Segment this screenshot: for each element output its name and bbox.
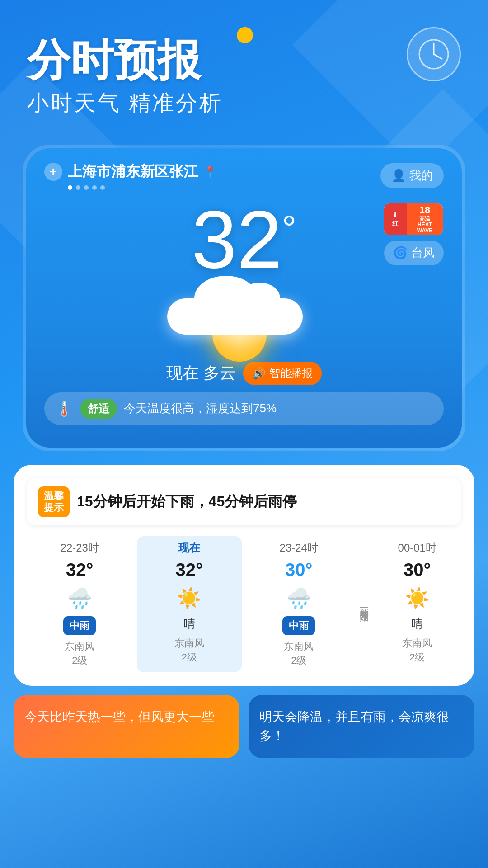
comfort-bar: 🌡️ 舒适 今天温度很高，湿度达到75% <box>44 392 444 425</box>
location-pin-icon: 📍 <box>203 165 217 178</box>
hour-temp-3: 30° <box>404 560 431 580</box>
hour-icon-3: ☀️ <box>404 585 431 612</box>
smart-broadcast-label: 智能播报 <box>269 366 313 381</box>
my-button[interactable]: 👤 我的 <box>380 163 444 188</box>
location-row[interactable]: + 上海市浦东新区张江 📍 <box>44 162 217 182</box>
warning-text: 15分钟后开始下雨，45分钟后雨停 <box>77 492 297 512</box>
bottom-card: 温馨提示 15分钟后开始下雨，45分钟后雨停 22-23时 32° 🌧️ 中雨 … <box>14 465 474 686</box>
temp-display: 32 ° <box>192 199 296 280</box>
dot-2 <box>76 185 80 190</box>
hour-temp-2: 30° <box>285 560 313 580</box>
location-section: + 上海市浦东新区张江 📍 <box>44 162 217 190</box>
heat-wave-left: 🌡 红 <box>384 203 407 235</box>
location-text: 上海市浦东新区张江 <box>68 162 198 182</box>
hour-col-1: 现在 32° ☀️ 晴 东南风2级 <box>137 536 242 672</box>
phone-header: + 上海市浦东新区张江 📍 👤 我的 <box>44 162 444 190</box>
heat-wave-label: 高温HEATWAVE <box>417 216 432 234</box>
weather-description: 现在 多云 🔊 智能播报 <box>44 362 444 385</box>
clock-svg <box>416 36 452 72</box>
comparison-card-warm: 今天比昨天热一些，但风更大一些 <box>14 695 239 758</box>
weather-badge-rain-0: 中雨 <box>63 616 96 635</box>
weather-illustration <box>44 276 444 357</box>
location-dots <box>68 185 217 190</box>
hour-icon-2: 🌧️ <box>285 585 312 612</box>
hour-label-2: 23-24时 <box>280 541 318 555</box>
cloud-shape <box>167 298 303 335</box>
comfort-label: 舒适 <box>88 401 109 416</box>
comparison-row: 今天比昨天热一些，但风更大一些 明天会降温，并且有雨，会凉爽很多！ <box>14 695 474 758</box>
cloud-icon <box>167 298 303 335</box>
my-label: 我的 <box>409 168 433 184</box>
temperature-value: 32 <box>192 199 282 280</box>
weather-now-text: 现在 多云 <box>166 362 236 384</box>
hour-label-1: 现在 <box>178 541 200 555</box>
phone-mockup: + 上海市浦东新区张江 📍 👤 我的 32 <box>23 145 465 451</box>
new-day-label: 新的一天开始了 <box>356 536 374 672</box>
notification-dot <box>237 27 253 43</box>
hour-col-3: 00-01时 30° ☀️ 晴 东南风2级 <box>374 536 461 672</box>
hour-temp-1: 32° <box>176 560 203 580</box>
comfort-text: 今天温度很高，湿度达到75% <box>124 401 277 416</box>
person-icon: 👤 <box>391 169 406 183</box>
hour-wind-0: 东南风2级 <box>65 640 94 668</box>
svg-line-2 <box>434 54 442 59</box>
comparison-card-cool: 明天会降温，并且有雨，会凉爽很多！ <box>249 695 474 758</box>
hour-wind-1: 东南风2级 <box>174 637 204 665</box>
heat-wave-badge[interactable]: 🌡 红 18 高温HEATWAVE <box>384 203 443 235</box>
hour-wind-2: 东南风2级 <box>284 640 314 668</box>
weather-badge-rain-2: 中雨 <box>282 616 315 635</box>
hour-icon-1: ☀️ <box>176 585 203 612</box>
typhoon-icon: 🌀 <box>393 246 408 260</box>
smart-broadcast-button[interactable]: 🔊 智能播报 <box>243 362 322 385</box>
weather-badge-sun-3: 晴 <box>411 616 423 632</box>
hour-wind-3: 东南风2级 <box>402 637 432 665</box>
warning-label-text: 温馨提示 <box>44 490 64 513</box>
dot-3 <box>84 185 89 190</box>
hour-temp-0: 32° <box>66 560 94 580</box>
weather-badge-sun-1: 晴 <box>183 616 195 632</box>
sun-cloud-icon <box>176 298 312 335</box>
clock-icon-container <box>407 27 461 81</box>
hour-label-0: 22-23时 <box>61 541 99 555</box>
typhoon-label: 台风 <box>411 245 435 261</box>
speaker-icon: 🔊 <box>252 367 266 380</box>
temperature-section: 32 ° 🌡 红 18 高温HEATWAVE 🌀 台风 <box>44 199 444 280</box>
comparison-warm-text: 今天比昨天热一些，但风更大一些 <box>24 710 214 724</box>
temperature-icon: 🌡 <box>391 210 399 220</box>
heat-number: 18 <box>419 204 430 216</box>
dot-1 <box>68 185 72 190</box>
warning-label: 温馨提示 <box>38 486 70 518</box>
hour-icon-0: 🌧️ <box>66 585 93 612</box>
dot-4 <box>92 185 97 190</box>
typhoon-badge[interactable]: 🌀 台风 <box>384 241 444 265</box>
hour-label-3: 00-01时 <box>398 541 436 555</box>
heat-red-label: 红 <box>392 220 399 228</box>
add-location-button[interactable]: + <box>44 163 62 181</box>
heat-wave-right: 18 高温HEATWAVE <box>407 203 443 235</box>
comparison-cool-text: 明天会降温，并且有雨，会凉爽很多！ <box>259 710 449 743</box>
thermometer-icon: 🌡️ <box>55 400 73 417</box>
dot-5 <box>100 185 105 190</box>
hour-col-0: 22-23时 32° 🌧️ 中雨 东南风2级 <box>27 536 132 672</box>
warning-banner: 温馨提示 15分钟后开始下雨，45分钟后雨停 <box>27 478 461 526</box>
clock-icon <box>407 27 461 81</box>
hourly-forecast-grid: 22-23时 32° 🌧️ 中雨 东南风2级 现在 32° ☀️ 晴 东南风2级… <box>27 536 461 672</box>
phone-inner: + 上海市浦东新区张江 📍 👤 我的 32 <box>26 148 462 448</box>
comfort-badge: 舒适 <box>80 399 117 419</box>
hour-col-3-wrapper: 新的一天开始了 00-01时 30° ☀️ 晴 东南风2级 <box>356 536 461 672</box>
alert-badges: 🌡 红 18 高温HEATWAVE 🌀 台风 <box>384 203 444 265</box>
header-section: 分时预报 小时天气 精准分析 <box>0 0 488 136</box>
page-subtitle: 小时天气 精准分析 <box>27 89 461 118</box>
hour-col-2: 23-24时 30° 🌧️ 中雨 东南风2级 <box>246 536 352 672</box>
degree-symbol: ° <box>282 208 296 250</box>
